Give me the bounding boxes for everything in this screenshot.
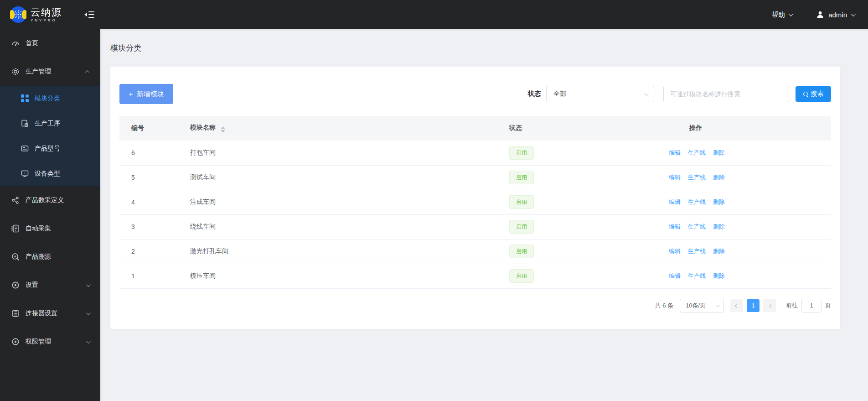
status-filter-select[interactable]: 全部 xyxy=(546,86,654,102)
action-edit[interactable]: 编辑 xyxy=(669,174,681,181)
sidebar-item-label: 生产管理 xyxy=(26,68,51,76)
permission-icon xyxy=(11,338,20,346)
main-content: 模块分类 + 新增模块 状态 全部 搜索 xyxy=(100,29,868,401)
goto-label: 前往 xyxy=(786,302,798,310)
sort-icon[interactable] xyxy=(221,126,225,133)
sidebar-item-home[interactable]: 首页 xyxy=(0,29,100,57)
brand: 云纳源 YNYPRO xyxy=(0,6,84,23)
action-production-line[interactable]: 生产线 xyxy=(688,248,706,255)
sidebar-item-label: 自动采集 xyxy=(26,224,51,233)
sidebar-item-product-model[interactable]: 产品型号 xyxy=(0,136,100,161)
cell-id: 5 xyxy=(119,165,183,190)
action-delete[interactable]: 删除 xyxy=(713,223,725,230)
process-icon xyxy=(21,120,29,128)
cell-name: 测试车间 xyxy=(183,165,502,190)
action-delete[interactable]: 删除 xyxy=(713,198,725,205)
chevron-down-icon xyxy=(789,12,793,16)
sidebar-item-data-collection-def[interactable]: 产品数采定义 xyxy=(0,186,100,214)
table-body: 6 打包车间 启用 编辑 生产线 删除 5 测试车间 启用 编辑 生产线 删除 … xyxy=(119,141,831,288)
goto-page-input[interactable] xyxy=(801,299,822,312)
status-badge: 启用 xyxy=(509,171,534,184)
page-size-select[interactable]: 10条/页 xyxy=(680,299,724,312)
table-row: 2 激光打孔车间 启用 编辑 生产线 删除 xyxy=(119,239,831,264)
help-menu[interactable]: 帮助 xyxy=(771,10,792,19)
column-header-actions: 操作 xyxy=(662,116,831,141)
table-row: 6 打包车间 启用 编辑 生产线 删除 xyxy=(119,141,831,165)
sidebar-item-settings[interactable]: 设置 xyxy=(0,271,100,299)
chevron-down-icon xyxy=(86,339,91,344)
collect-doc-icon xyxy=(11,224,20,233)
sidebar-item-device-type[interactable]: 设备类型 xyxy=(0,161,100,186)
chevron-right-icon xyxy=(768,303,771,307)
sidebar: 首页 生产管理 模块分类 xyxy=(0,29,100,401)
user-icon xyxy=(816,10,824,19)
sidebar-item-permission-mgmt[interactable]: 权限管理 xyxy=(0,328,100,356)
status-badge: 启用 xyxy=(509,220,534,234)
brand-title: 云纳源 xyxy=(31,7,62,17)
cell-id: 2 xyxy=(119,239,183,264)
chevron-down-icon xyxy=(86,311,91,315)
column-header-status: 状态 xyxy=(502,116,662,141)
sidebar-item-module-category[interactable]: 模块分类 xyxy=(0,86,100,111)
pagination: 共 6 条 10条/页 1 前往 页 xyxy=(119,299,831,312)
content-card: + 新增模块 状态 全部 搜索 编号 xyxy=(110,67,840,329)
action-delete[interactable]: 删除 xyxy=(713,174,725,181)
user-menu[interactable]: admin xyxy=(816,10,854,19)
status-badge: 启用 xyxy=(509,146,534,160)
add-module-button[interactable]: + 新增模块 xyxy=(119,84,173,104)
sidebar-item-production-process[interactable]: 生产工序 xyxy=(0,111,100,136)
sidebar-fold-icon[interactable] xyxy=(84,10,94,19)
action-edit[interactable]: 编辑 xyxy=(669,223,681,230)
sidebar-item-production-mgmt[interactable]: 生产管理 xyxy=(0,57,100,86)
prev-page-button[interactable] xyxy=(730,299,743,312)
next-page-button[interactable] xyxy=(763,299,776,312)
action-edit[interactable]: 编辑 xyxy=(669,248,681,255)
action-delete[interactable]: 删除 xyxy=(713,272,725,279)
cell-name: 注成车间 xyxy=(183,190,502,214)
username: admin xyxy=(828,11,847,19)
action-delete[interactable]: 删除 xyxy=(713,149,725,156)
action-edit[interactable]: 编辑 xyxy=(669,149,681,156)
chevron-down-icon xyxy=(851,12,856,16)
chevron-down-icon xyxy=(86,282,91,287)
sidebar-item-connector-settings[interactable]: 连接器设置 xyxy=(0,299,100,328)
sidebar-item-label: 连接器设置 xyxy=(26,309,57,318)
table-header-row: 编号 模块名称 状态 操作 xyxy=(119,116,831,141)
sidebar-item-label: 权限管理 xyxy=(26,338,51,346)
search-button[interactable]: 搜索 xyxy=(796,86,831,102)
page-title: 模块分类 xyxy=(100,29,868,53)
table-row: 3 绕线车间 启用 编辑 生产线 删除 xyxy=(119,214,831,239)
sidebar-item-auto-collect[interactable]: 自动采集 xyxy=(0,214,100,243)
sidebar-item-label: 产品溯源 xyxy=(26,253,51,261)
plus-icon: + xyxy=(129,90,133,98)
cell-id: 3 xyxy=(119,214,183,239)
action-production-line[interactable]: 生产线 xyxy=(688,198,706,205)
status-badge: 启用 xyxy=(509,195,534,209)
sidebar-item-product-trace[interactable]: 产品溯源 xyxy=(0,243,100,271)
page-number-button[interactable]: 1 xyxy=(747,299,760,312)
cell-name: 绕线车间 xyxy=(183,214,502,239)
sidebar-item-label: 设置 xyxy=(26,281,38,289)
chevron-up-icon xyxy=(85,70,89,74)
cell-name: 打包车间 xyxy=(183,141,502,165)
search-icon xyxy=(803,92,808,97)
action-production-line[interactable]: 生产线 xyxy=(688,223,706,230)
status-filter-value: 全部 xyxy=(553,90,566,98)
action-production-line[interactable]: 生产线 xyxy=(688,272,706,279)
status-badge: 启用 xyxy=(509,245,534,258)
action-delete[interactable]: 删除 xyxy=(713,248,725,255)
action-edit[interactable]: 编辑 xyxy=(669,272,681,279)
device-icon xyxy=(21,170,29,178)
grid-icon xyxy=(21,94,29,103)
column-header-name: 模块名称 xyxy=(183,116,502,141)
sidebar-item-label: 产品数采定义 xyxy=(26,196,64,204)
action-production-line[interactable]: 生产线 xyxy=(688,149,706,156)
chevron-left-icon xyxy=(735,303,739,307)
action-production-line[interactable]: 生产线 xyxy=(688,174,706,181)
action-edit[interactable]: 编辑 xyxy=(669,198,681,205)
chevron-down-icon xyxy=(644,91,649,96)
search-input[interactable] xyxy=(663,86,789,102)
chevron-down-icon xyxy=(716,302,720,307)
dashboard-icon xyxy=(11,39,20,47)
module-table: 编号 模块名称 状态 操作 6 打包车间 启用 编辑 生产 xyxy=(119,116,831,289)
